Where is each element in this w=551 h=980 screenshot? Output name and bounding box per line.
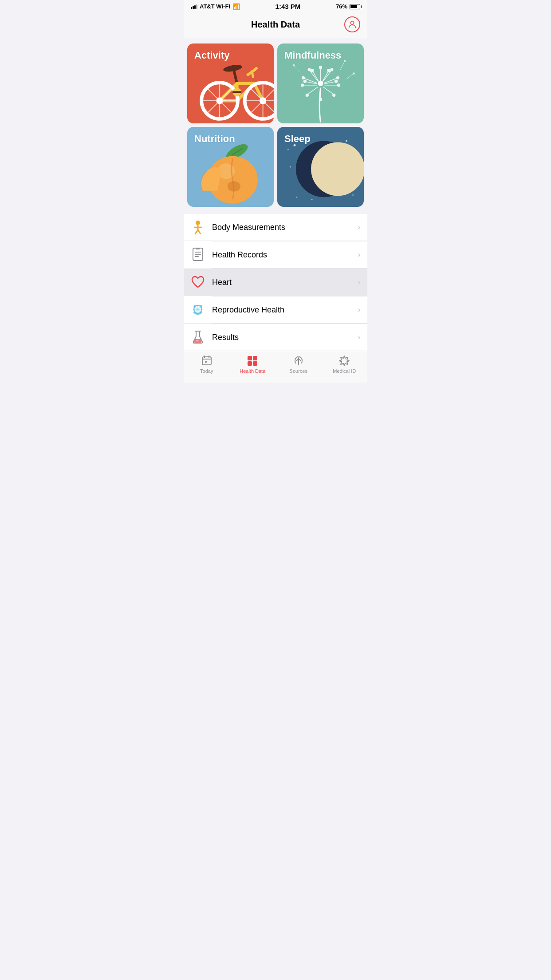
- svg-point-49: [327, 69, 330, 72]
- reproductive-health-label: Reproductive Health: [212, 305, 358, 315]
- chevron-icon: ›: [358, 333, 360, 341]
- svg-point-35: [338, 84, 340, 87]
- svg-point-76: [287, 149, 289, 150]
- category-grid: Activity: [184, 38, 367, 210]
- medical-id-tab-icon: [338, 355, 350, 367]
- today-tab-label: Today: [200, 368, 213, 374]
- tab-sources[interactable]: Sources: [276, 355, 322, 374]
- tab-medical-id[interactable]: Medical ID: [322, 355, 368, 374]
- svg-point-29: [319, 66, 322, 69]
- tab-today[interactable]: Today: [184, 355, 230, 374]
- svg-line-3: [252, 71, 253, 77]
- health-records-icon: [191, 248, 205, 262]
- reproductive-health-icon: [191, 303, 205, 317]
- nutrition-label: Nutrition: [194, 133, 235, 145]
- svg-point-33: [337, 76, 339, 79]
- main-content: Activity: [184, 38, 367, 351]
- list-section: Body Measurements › Health Records ›: [184, 214, 367, 351]
- svg-line-60: [295, 66, 301, 73]
- battery-percent: 76%: [336, 3, 347, 10]
- svg-point-59: [353, 73, 355, 75]
- svg-line-23: [250, 103, 260, 114]
- svg-line-13: [207, 103, 217, 114]
- svg-line-56: [340, 62, 344, 71]
- svg-rect-103: [202, 357, 211, 365]
- svg-line-22: [265, 103, 274, 114]
- results-label: Results: [212, 333, 358, 342]
- svg-line-12: [222, 103, 232, 114]
- category-card-sleep[interactable]: Sleep: [277, 127, 364, 207]
- svg-point-31: [331, 68, 333, 71]
- svg-rect-109: [253, 356, 257, 360]
- svg-rect-90: [196, 248, 200, 249]
- chevron-icon: ›: [358, 278, 360, 286]
- svg-point-80: [311, 142, 364, 196]
- list-item-body-measurements[interactable]: Body Measurements ›: [184, 214, 367, 241]
- svg-point-74: [352, 194, 354, 196]
- tab-bar: Today Health Data Sources: [184, 351, 367, 383]
- svg-rect-111: [253, 361, 257, 366]
- heart-label: Heart: [212, 278, 358, 287]
- svg-point-57: [344, 60, 346, 62]
- page-title: Health Data: [207, 20, 344, 30]
- svg-line-40: [307, 87, 318, 95]
- list-item-health-records[interactable]: Health Records ›: [184, 241, 367, 269]
- navigation-bar: Health Data: [184, 12, 367, 38]
- signal-icon: [191, 4, 197, 9]
- svg-point-102: [198, 340, 199, 340]
- tab-health-data[interactable]: Health Data: [230, 355, 276, 374]
- svg-line-58: [346, 74, 353, 79]
- category-card-nutrition[interactable]: Nutrition: [187, 127, 274, 207]
- profile-icon: [347, 20, 357, 29]
- svg-line-48: [322, 71, 328, 82]
- svg-line-2: [234, 71, 237, 83]
- svg-rect-110: [248, 361, 252, 366]
- category-card-activity[interactable]: Activity: [187, 43, 274, 123]
- medical-id-tab-label: Medical ID: [333, 368, 356, 374]
- svg-line-46: [310, 71, 318, 81]
- today-tab-icon: [201, 355, 213, 367]
- svg-point-1: [223, 63, 243, 73]
- battery-icon: [350, 4, 360, 9]
- svg-point-68: [346, 140, 347, 142]
- svg-point-53: [335, 80, 338, 83]
- svg-point-73: [296, 197, 297, 198]
- sources-tab-icon: [292, 355, 305, 367]
- list-item-reproductive-health[interactable]: Reproductive Health ›: [184, 296, 367, 324]
- svg-point-51: [311, 69, 314, 72]
- svg-point-39: [319, 98, 322, 101]
- svg-line-50: [313, 71, 319, 82]
- wifi-icon: 📶: [232, 3, 240, 10]
- svg-point-101: [197, 340, 198, 342]
- health-data-tab-label: Health Data: [240, 368, 265, 374]
- svg-point-47: [308, 68, 311, 71]
- carrier-label: AT&T Wi-Fi: [200, 3, 230, 10]
- sources-tab-label: Sources: [290, 368, 307, 374]
- svg-point-45: [302, 76, 305, 79]
- body-measurements-icon: [191, 220, 205, 234]
- health-records-label: Health Records: [212, 250, 358, 260]
- chevron-icon: ›: [358, 306, 360, 314]
- svg-line-85: [198, 230, 201, 234]
- svg-line-14: [222, 88, 232, 99]
- svg-point-55: [303, 80, 306, 83]
- results-icon: [191, 330, 205, 344]
- svg-rect-107: [205, 361, 207, 363]
- svg-point-61: [293, 64, 295, 66]
- svg-line-11: [207, 88, 217, 99]
- category-card-mindfulness[interactable]: Mindfulness: [277, 43, 364, 123]
- svg-point-0: [350, 21, 354, 24]
- svg-point-43: [301, 84, 304, 87]
- svg-point-78: [311, 199, 313, 200]
- time-label: 1:43 PM: [276, 3, 301, 10]
- svg-rect-108: [248, 356, 252, 360]
- chevron-icon: ›: [358, 223, 360, 231]
- health-data-tab-icon: [246, 355, 259, 367]
- body-measurements-label: Body Measurements: [212, 223, 358, 232]
- svg-point-37: [333, 94, 335, 96]
- svg-line-24: [265, 88, 274, 99]
- heart-icon: [191, 275, 205, 289]
- list-item-heart[interactable]: Heart ›: [184, 269, 367, 296]
- list-item-results[interactable]: Results ›: [184, 324, 367, 351]
- profile-button[interactable]: [344, 16, 360, 32]
